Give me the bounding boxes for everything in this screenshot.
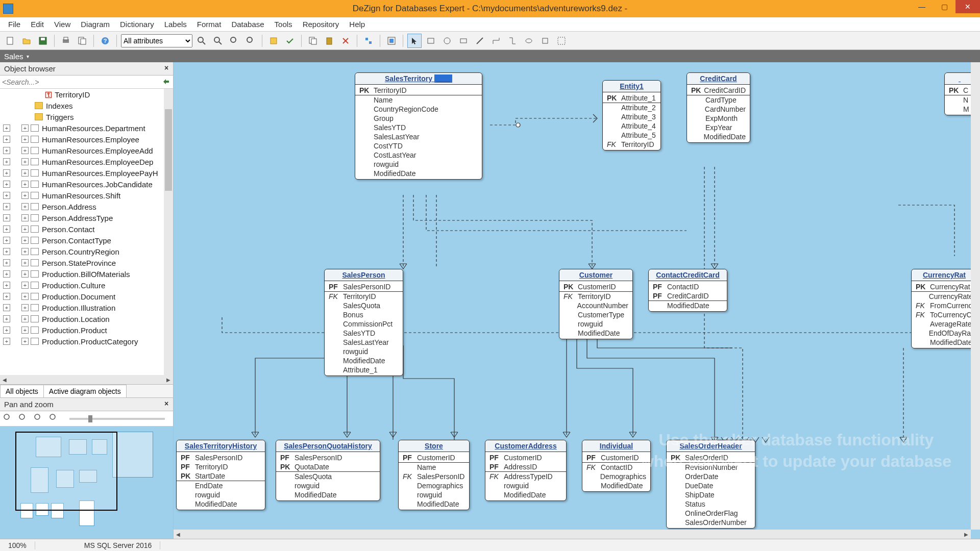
- menu-labels[interactable]: Labels: [159, 18, 192, 31]
- zoom-100-icon[interactable]: [243, 34, 258, 48]
- menu-format[interactable]: Format: [192, 18, 227, 31]
- pointer-icon[interactable]: [407, 34, 422, 48]
- expander-icon[interactable]: +: [3, 237, 10, 244]
- entity-salesterritoryhistory[interactable]: SalesTerritoryHistory PFSalesPersonIDPFT…: [176, 440, 265, 510]
- zoom-out-icon[interactable]: [211, 34, 225, 48]
- expander-icon[interactable]: +: [3, 203, 10, 210]
- delete-icon[interactable]: [338, 34, 353, 48]
- expander-icon[interactable]: +: [3, 169, 10, 177]
- entity-entity1[interactable]: Entity1 PKAttribute_1Attribute_2Attribut…: [602, 80, 661, 151]
- expander-icon[interactable]: +: [21, 304, 29, 311]
- tab-active-diagram-objects[interactable]: Active diagram objects: [43, 385, 127, 397]
- entity-tool-icon[interactable]: [424, 34, 438, 48]
- expander-icon[interactable]: +: [21, 214, 29, 221]
- tree-horizontal-scrollbar[interactable]: ◀ ▶: [0, 375, 173, 384]
- menu-edit[interactable]: Edit: [26, 18, 49, 31]
- object-browser-close-icon[interactable]: ×: [162, 63, 171, 72]
- expander-icon[interactable]: +: [21, 259, 29, 266]
- tree-node[interactable]: ++Production.Product: [0, 324, 173, 336]
- pz-zoom-slider[interactable]: [69, 418, 165, 420]
- menu-help[interactable]: Help: [344, 18, 370, 31]
- tree-node-indexes[interactable]: Indexes: [0, 100, 173, 111]
- tree-node[interactable]: ++Production.ProductCategory: [0, 336, 173, 347]
- tree-node[interactable]: ++Person.StateProvince: [0, 257, 173, 268]
- help-icon[interactable]: ?: [98, 34, 112, 48]
- tree-node[interactable]: ++HumanResources.EmployeePayH: [0, 167, 173, 179]
- tree-node[interactable]: ++HumanResources.JobCandidate: [0, 179, 173, 190]
- diagram-canvas[interactable]: SalesTerritory PKTerritoryIDNameCountryR…: [174, 62, 980, 539]
- zoom-fit-icon[interactable]: [227, 34, 241, 48]
- pz-zoom-fit-icon[interactable]: [34, 413, 45, 424]
- menu-dictionary[interactable]: Dictionary: [115, 18, 159, 31]
- expander-icon[interactable]: +: [21, 158, 29, 165]
- pan-zoom-close-icon[interactable]: ×: [162, 399, 171, 408]
- save-icon[interactable]: [36, 34, 50, 48]
- zoom-in-icon[interactable]: [194, 34, 209, 48]
- entity-customeraddress[interactable]: CustomerAddress PFCustomerIDPFAddressIDF…: [485, 440, 567, 501]
- expander-icon[interactable]: +: [3, 327, 10, 334]
- expander-icon[interactable]: +: [21, 315, 29, 322]
- expander-icon[interactable]: +: [3, 282, 10, 289]
- tree-node[interactable]: ++Production.BillOfMaterials: [0, 268, 173, 280]
- entity-contactcreditcard[interactable]: ContactCreditCard PFContactIDPFCreditCar…: [648, 269, 727, 312]
- stamp-tool-icon[interactable]: [538, 34, 552, 48]
- paste-icon[interactable]: [322, 34, 336, 48]
- expander-icon[interactable]: +: [21, 124, 29, 132]
- menu-diagram[interactable]: Diagram: [76, 18, 115, 31]
- entity-salesterritory[interactable]: SalesTerritory PKTerritoryIDNameCountryR…: [355, 72, 482, 180]
- tree-vertical-scrollbar[interactable]: [164, 89, 173, 375]
- expander-icon[interactable]: +: [21, 338, 29, 345]
- tree-node[interactable]: ++Production.Illustration: [0, 302, 173, 313]
- object-tree[interactable]: ⚿ TerritoryID Indexes Triggers ++HumanRe…: [0, 89, 173, 375]
- pz-zoom-sel-icon[interactable]: [49, 413, 60, 424]
- tree-node[interactable]: ++Production.Document: [0, 291, 173, 302]
- subview-icon[interactable]: [384, 34, 399, 48]
- line2-tool-icon[interactable]: [489, 34, 503, 48]
- expander-icon[interactable]: +: [3, 270, 10, 278]
- expander-icon[interactable]: +: [3, 304, 10, 311]
- entity-salespersonquotahistory[interactable]: SalesPersonQuotaHistory PFSalesPersonIDP…: [276, 440, 380, 501]
- validate-icon[interactable]: [266, 34, 281, 48]
- pz-zoom-out-icon[interactable]: [18, 413, 30, 424]
- scroll-right-icon[interactable]: ▶: [962, 530, 971, 539]
- expander-icon[interactable]: +: [21, 270, 29, 278]
- tree-node[interactable]: ++Person.Address: [0, 201, 173, 212]
- pz-zoom-in-icon[interactable]: [3, 413, 14, 424]
- new-icon[interactable]: [3, 34, 17, 48]
- minimize-button[interactable]: —: [911, 0, 933, 13]
- diagram-tab-sales[interactable]: Sales ▾: [4, 52, 29, 61]
- close-button[interactable]: ✕: [955, 0, 980, 13]
- group-tool-icon[interactable]: [554, 34, 569, 48]
- entity-creditcard[interactable]: CreditCard PKCreditCardIDCardTypeCardNum…: [687, 72, 750, 143]
- expander-icon[interactable]: +: [3, 124, 10, 132]
- entity-customer[interactable]: Customer PKCustomerIDFKTerritoryIDAccoun…: [559, 269, 633, 339]
- tree-node[interactable]: ++Person.CountryRegion: [0, 246, 173, 257]
- expander-icon[interactable]: +: [21, 192, 29, 199]
- expander-icon[interactable]: +: [21, 327, 29, 334]
- line-tool-icon[interactable]: [473, 34, 487, 48]
- tree-node[interactable]: ++HumanResources.Department: [0, 122, 173, 134]
- pan-zoom-overview[interactable]: [0, 427, 173, 539]
- tree-node[interactable]: ++HumanResources.Shift: [0, 190, 173, 201]
- expander-icon[interactable]: +: [21, 181, 29, 188]
- tree-node[interactable]: ++HumanResources.EmployeeDep: [0, 156, 173, 167]
- check-icon[interactable]: [283, 34, 297, 48]
- expander-icon[interactable]: +: [21, 237, 29, 244]
- expander-icon[interactable]: +: [3, 181, 10, 188]
- tree-node-territoryid[interactable]: ⚿ TerritoryID: [0, 89, 173, 100]
- menu-view[interactable]: View: [49, 18, 76, 31]
- expander-icon[interactable]: +: [3, 214, 10, 221]
- relation-tool-icon[interactable]: [440, 34, 454, 48]
- expander-icon[interactable]: +: [3, 338, 10, 345]
- tree-node[interactable]: ++Production.Location: [0, 313, 173, 324]
- tree-node[interactable]: ++HumanResources.Employee: [0, 134, 173, 145]
- entity-store[interactable]: Store PFCustomerIDNameFKSalesPersonIDDem…: [398, 440, 470, 510]
- open-icon[interactable]: [19, 34, 34, 48]
- canvas-horizontal-scrollbar[interactable]: ◀ ▶: [174, 530, 971, 539]
- scroll-left-icon[interactable]: ◀: [0, 375, 9, 384]
- tree-node[interactable]: ++Person.AddressType: [0, 212, 173, 223]
- expander-icon[interactable]: +: [3, 315, 10, 322]
- maximize-button[interactable]: ▢: [933, 0, 955, 13]
- menu-repository[interactable]: Repository: [298, 18, 345, 31]
- scroll-right-icon[interactable]: ▶: [164, 375, 173, 384]
